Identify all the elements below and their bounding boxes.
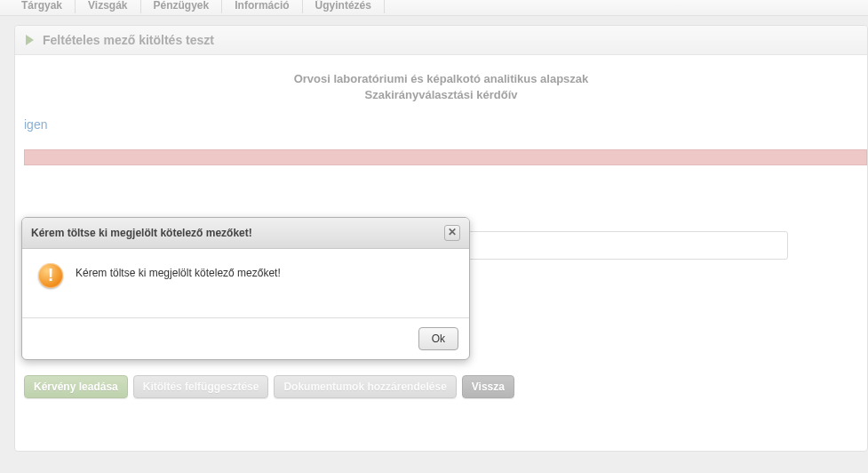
dialog-message: Kérem töltse ki megjelölt kötelező mezők…: [76, 263, 281, 279]
dialog-body: ! Kérem töltse ki megjelölt kötelező mez…: [22, 249, 469, 318]
close-icon[interactable]: ✕: [444, 225, 460, 241]
dialog-titlebar: Kérem töltse ki megjelölt kötelező mezők…: [22, 218, 469, 249]
ok-button[interactable]: Ok: [418, 327, 458, 350]
dialog-title: Kérem töltse ki megjelölt kötelező mezők…: [31, 227, 252, 239]
dialog-footer: Ok: [22, 318, 469, 359]
validation-dialog: Kérem töltse ki megjelölt kötelező mezők…: [21, 217, 470, 360]
warning-icon: !: [38, 263, 63, 288]
